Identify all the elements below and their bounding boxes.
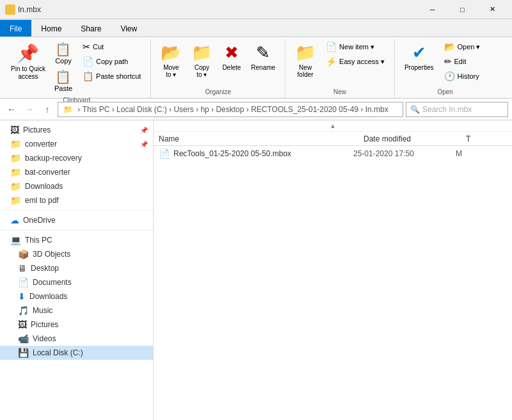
sidebar-item-downloads-pinned[interactable]: 📁 Downloads — [0, 179, 153, 193]
breadcrumb-local-disk: Local Disk (C:) — [116, 105, 167, 114]
sidebar-item-pictures-pc[interactable]: 🖼 Pictures — [0, 318, 153, 332]
col-name-header[interactable]: Name — [154, 134, 358, 143]
videos-icon: 📹 — [18, 334, 29, 344]
sidebar-item-music[interactable]: 🎵 Music — [0, 303, 153, 318]
ribbon-group-clipboard: 📌 Pin to Quickaccess 📋 Copy 📋 Paste ✂ Cu… — [3, 40, 151, 98]
edit-button[interactable]: ✏ Edit — [440, 54, 491, 69]
sidebar-item-downloads[interactable]: ⬇ Downloads — [0, 289, 153, 303]
delete-icon: ✖ — [225, 43, 239, 63]
new-item-icon: 📄 — [326, 42, 337, 51]
paste-button[interactable]: 📋 Paste — [50, 69, 77, 94]
address-area: ← → ↑ 📁 › This PC › Local Disk (C:) › Us… — [0, 99, 512, 120]
copy-paste-group: 📋 Copy 📋 Paste — [50, 40, 77, 94]
open-sub-group: 📂 Open ▾ ✏ Edit 🕐 History — [440, 40, 491, 83]
documents-icon: 📄 — [18, 277, 29, 287]
file-date: 25-01-2020 17:50 — [353, 149, 456, 158]
file-pane-header: ▲ — [154, 120, 512, 132]
sidebar-item-label: Local Disk (C:) — [33, 348, 83, 357]
file-type: M — [456, 149, 507, 158]
sidebar-item-label: eml to pdf — [25, 196, 59, 205]
breadcrumb-users: Users — [173, 105, 193, 114]
paste-shortcut-button[interactable]: 📋 Paste shortcut — [78, 69, 145, 83]
tab-home[interactable]: Home — [31, 20, 71, 36]
paste-shortcut-icon: 📋 — [83, 72, 93, 81]
sidebar-item-label: Music — [33, 306, 52, 315]
sidebar-item-local-disk[interactable]: 💾 Local Disk (C:) — [0, 346, 153, 360]
sidebar-item-eml-to-pdf[interactable]: 📁 eml to pdf — [0, 193, 153, 207]
music-icon: 🎵 — [18, 305, 29, 316]
breadcrumb-rectools: RECTOOLS_25-01-2020 05-49 — [251, 105, 358, 114]
easy-access-icon: ⚡ — [326, 57, 337, 66]
tab-share[interactable]: Share — [71, 20, 111, 36]
tab-view[interactable]: View — [111, 20, 147, 36]
pin-icon: 📌 — [140, 127, 148, 134]
collapse-button[interactable]: ▲ — [330, 122, 336, 129]
converter-icon: 📁 — [10, 139, 21, 149]
new-item-button[interactable]: 📄 New item ▾ — [321, 40, 389, 54]
sidebar-item-pictures[interactable]: 🖼 Pictures 📌 — [0, 123, 153, 137]
pin-icon-2: 📌 — [140, 141, 148, 148]
sidebar-item-3d-objects[interactable]: 📦 3D Objects — [0, 247, 153, 261]
sidebar-item-this-pc[interactable]: 💻 This PC — [0, 233, 153, 247]
copy-to-button[interactable]: 📁 Copyto ▾ — [187, 40, 216, 81]
file-icon: 📄 — [159, 149, 170, 159]
sidebar-item-label: This PC — [25, 236, 52, 245]
window-controls: ─ □ ✕ — [418, 1, 507, 19]
pin-icon: 📌 — [17, 43, 39, 64]
tab-file[interactable]: File — [0, 20, 31, 36]
sidebar-divider-2 — [0, 230, 153, 230]
ribbon: 📌 Pin to Quickaccess 📋 Copy 📋 Paste ✂ Cu… — [0, 37, 512, 99]
back-button[interactable]: ← — [4, 102, 19, 117]
sidebar-item-documents[interactable]: 📄 Documents — [0, 275, 153, 289]
sidebar-item-bat-converter[interactable]: 📁 bat-converter — [0, 165, 153, 179]
clipboard-items: 📌 Pin to Quickaccess 📋 Copy 📋 Paste ✂ Cu… — [8, 40, 145, 94]
close-button[interactable]: ✕ — [478, 1, 507, 19]
up-button[interactable]: ↑ — [40, 102, 55, 117]
open-button[interactable]: 📂 Open ▾ — [440, 40, 491, 54]
col-date-header[interactable]: Date modified — [358, 134, 461, 143]
forward-button[interactable]: → — [22, 102, 37, 117]
delete-button[interactable]: ✖ Delete — [218, 40, 245, 74]
sidebar-item-desktop[interactable]: 🖥 Desktop — [0, 261, 153, 275]
rename-button[interactable]: ✎ Rename — [246, 40, 280, 74]
move-to-button[interactable]: 📂 Moveto ▾ — [156, 40, 186, 81]
new-items: 📁 Newfolder 📄 New item ▾ ⚡ Easy access ▾ — [291, 40, 389, 86]
pin-quick-access-button[interactable]: 📌 Pin to Quickaccess — [8, 40, 49, 84]
sidebar-item-onedrive[interactable]: ☁ OneDrive — [0, 213, 153, 227]
search-bar[interactable]: 🔍 Search In.mbx — [406, 102, 508, 117]
properties-button[interactable]: ✔ Properties — [400, 40, 438, 74]
sidebar-item-label: Pictures — [31, 320, 58, 329]
sidebar: 🖼 Pictures 📌 📁 converter 📌 📁 backup-reco… — [0, 120, 154, 420]
history-button[interactable]: 🕐 History — [440, 69, 491, 83]
cut-icon: ✂ — [83, 42, 90, 51]
sidebar-item-videos[interactable]: 📹 Videos — [0, 332, 153, 346]
sidebar-item-label: Downloads — [25, 182, 63, 191]
sidebar-item-backup-recovery[interactable]: 📁 backup-recovery — [0, 151, 153, 165]
address-bar[interactable]: 📁 › This PC › Local Disk (C:) › Users › … — [58, 102, 403, 117]
breadcrumb-desktop: Desktop — [216, 105, 244, 114]
breadcrumb-hp: hp — [200, 105, 209, 114]
ribbon-tabs: File Home Share View — [0, 19, 512, 37]
new-folder-icon: 📁 — [295, 43, 316, 63]
new-folder-button[interactable]: 📁 Newfolder — [291, 40, 320, 81]
backup-icon: 📁 — [10, 153, 21, 163]
cut-group: ✂ Cut 📄 Copy path 📋 Paste shortcut — [78, 40, 145, 83]
sidebar-item-label: Downloads — [29, 292, 67, 301]
sidebar-item-converter[interactable]: 📁 converter 📌 — [0, 137, 153, 151]
col-type-header[interactable]: T — [461, 134, 512, 143]
breadcrumb-folder-icon: 📁 — [63, 105, 73, 114]
easy-access-button[interactable]: ⚡ Easy access ▾ — [321, 54, 389, 69]
file-row[interactable]: 📄 RecTools_01-25-2020 05-50.mbox 25-01-2… — [154, 146, 512, 161]
maximize-button[interactable]: □ — [448, 1, 477, 19]
sidebar-item-label: Videos — [33, 334, 56, 343]
sidebar-item-label: Documents — [33, 278, 72, 287]
minimize-button[interactable]: ─ — [418, 1, 447, 19]
open-items: ✔ Properties 📂 Open ▾ ✏ Edit 🕐 History — [400, 40, 491, 86]
copy-button[interactable]: 📋 Copy — [50, 40, 77, 68]
new-sub-group: 📄 New item ▾ ⚡ Easy access ▾ — [321, 40, 389, 69]
local-disk-icon: 💾 — [18, 348, 29, 358]
cut-button[interactable]: ✂ Cut — [78, 40, 145, 54]
ribbon-group-organize: 📂 Moveto ▾ 📁 Copyto ▾ ✖ Delete ✎ Rename … — [151, 40, 285, 98]
copy-path-button[interactable]: 📄 Copy path — [78, 54, 145, 69]
new-label: New — [333, 86, 346, 95]
